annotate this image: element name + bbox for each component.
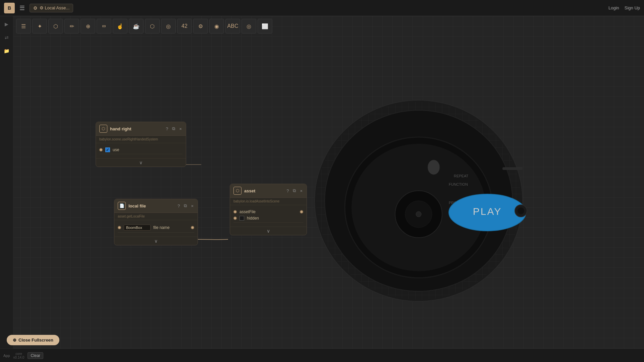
node-local-file-subtitle: asset.getLocalFile — [114, 213, 198, 220]
node-local-file-body: file name — [114, 220, 198, 237]
hand-right-help-button[interactable]: ? — [165, 126, 169, 132]
target-tool[interactable]: ⊕ — [80, 19, 95, 34]
spiral-tool[interactable]: ◎ — [241, 19, 256, 34]
version-info: core v0.14.0 — [13, 352, 24, 359]
asset-hidden-label: hidden — [247, 216, 259, 221]
hand-right-close-button[interactable]: × — [178, 126, 182, 132]
svg-point-19 — [428, 160, 440, 175]
close-fullscreen-button[interactable]: ⊕ Close Fullscreen — [7, 335, 59, 345]
node-hand-right-body: ✓ use — [96, 143, 186, 158]
gear-tool[interactable]: ⚙ — [193, 19, 208, 34]
node-asset-icon: ⬡ — [233, 187, 241, 195]
hand-right-use-checkbox[interactable]: ✓ — [105, 147, 110, 152]
svg-text:FUNCTION: FUNCTION — [449, 182, 468, 186]
folder-icon[interactable]: 📁 — [2, 46, 11, 56]
node-asset-title: asset — [244, 188, 283, 193]
node-hand-right-subtitle: babylon.scene.useRightHandedSystem — [96, 136, 186, 143]
boombox-svg: REPEAT FUNCTION PROGRAM PLAY — [301, 80, 536, 315]
node-local-file-filename-row: file name — [118, 225, 194, 231]
asset-file-connector-out[interactable] — [300, 210, 303, 214]
hamburger-button[interactable]: ☰ — [18, 3, 26, 13]
select-tool[interactable]: ✦ — [32, 19, 47, 34]
node-hand-right: ⬡ hand right ? ⧉ × babylon.scene.useRigh… — [96, 122, 186, 167]
left-sidebar: ▶ ⇄ 📁 ⋮ — [0, 16, 13, 362]
node-asset-subtitle: babylon.io.loadAssetIntoScene — [230, 198, 307, 205]
clear-button[interactable]: Clear — [28, 352, 43, 359]
node-hand-right-icon: ⬡ — [99, 125, 107, 133]
local-file-close-button[interactable]: × — [190, 203, 194, 209]
toolbar: ☰ ✦ ⬡ ✏ ⊕ ∞ ☝ ☕ ⬡ ◎ 42 ⚙ ◉ ABC ◎ ⬜ — [13, 16, 275, 36]
node-asset-hidden-row: hidden — [233, 216, 303, 221]
circle-tool[interactable]: ◎ — [161, 19, 176, 34]
cup-tool[interactable]: ☕ — [129, 19, 144, 34]
cube-tool[interactable]: ⬡ — [145, 19, 160, 34]
logo: B — [4, 3, 15, 13]
asset-expand[interactable]: ∨ — [230, 227, 307, 235]
asset-help-button[interactable]: ? — [286, 188, 289, 194]
canvas[interactable]: REPEAT FUNCTION PROGRAM PLAY ⬡ — [0, 16, 644, 362]
node-asset-file-row: assetFile — [233, 209, 303, 214]
hand-right-connector-in[interactable] — [99, 148, 103, 152]
node-local-file-icon: 📄 — [118, 202, 126, 210]
hex-tool[interactable]: ⬡ — [48, 19, 63, 34]
svg-text:PLAY: PLAY — [473, 206, 502, 217]
local-file-help-button[interactable]: ? — [177, 203, 180, 209]
asset-file-label: assetFile — [239, 209, 256, 214]
ring-tool[interactable]: ◉ — [209, 19, 224, 34]
app-label: App — [3, 354, 10, 358]
box-tool[interactable]: ⬜ — [258, 19, 272, 34]
node-local-file-header: 📄 local file ? ⧉ × — [114, 199, 198, 213]
svg-point-23 — [416, 212, 421, 217]
local-file-filename-label: file name — [153, 225, 170, 230]
swap-icon[interactable]: ⇄ — [2, 33, 11, 42]
svg-rect-7 — [502, 167, 523, 170]
topbar-right: Login Sign Up — [608, 5, 640, 10]
asset-close-button[interactable]: × — [299, 188, 303, 194]
number-tool[interactable]: 42 — [177, 19, 192, 34]
node-hand-right-use-row: ✓ use — [99, 147, 182, 152]
topbar: B ☰ ⚙ ⚙ Local Asse... Login Sign Up — [0, 0, 644, 16]
asset-hidden-connector-in[interactable] — [233, 217, 237, 220]
svg-text:REPEAT: REPEAT — [454, 174, 468, 178]
node-asset: ⬡ asset ? ⧉ × babylon.io.loadAssetIntoSc… — [230, 184, 307, 235]
local-file-copy-button[interactable]: ⧉ — [183, 202, 187, 209]
node-local-file: 📄 local file ? ⧉ × asset.getLocalFile fi… — [114, 199, 198, 245]
link-tool[interactable]: ∞ — [97, 19, 111, 34]
node-hand-right-header: ⬡ hand right ? ⧉ × — [96, 122, 186, 136]
node-asset-body: assetFile hidden — [230, 205, 307, 227]
local-file-connector-out[interactable] — [191, 226, 194, 229]
play-icon[interactable]: ▶ — [2, 19, 11, 29]
hand-right-expand[interactable]: ∨ — [96, 158, 186, 167]
asset-file-connector-in[interactable] — [233, 210, 237, 214]
local-file-filename-input[interactable] — [124, 225, 151, 231]
hand-right-use-label: use — [113, 147, 119, 152]
fullscreen-icon: ⊕ — [13, 338, 16, 343]
asset-hidden-checkbox[interactable] — [239, 216, 244, 221]
node-hand-right-title: hand right — [110, 126, 162, 131]
hand-right-copy-button[interactable]: ⧉ — [171, 125, 176, 132]
bottombar: App core v0.14.0 Clear — [0, 349, 644, 362]
svg-point-16 — [518, 207, 524, 214]
asset-copy-button[interactable]: ⧉ — [292, 187, 297, 194]
node-local-file-title: local file — [128, 203, 174, 208]
list-tool[interactable]: ☰ — [16, 19, 31, 34]
text-tool[interactable]: ABC — [225, 19, 240, 34]
pen-tool[interactable]: ✏ — [64, 19, 79, 34]
signup-link[interactable]: Sign Up — [625, 5, 640, 10]
node-asset-header: ⬡ asset ? ⧉ × — [230, 184, 307, 198]
hand-tool[interactable]: ☝ — [113, 19, 127, 34]
local-file-connector-in[interactable] — [118, 226, 121, 229]
asset-tab[interactable]: ⚙ ⚙ Local Asse... — [30, 4, 73, 12]
gear-icon: ⚙ — [33, 5, 38, 11]
login-link[interactable]: Login — [608, 5, 619, 10]
local-file-expand[interactable]: ∨ — [114, 237, 198, 245]
